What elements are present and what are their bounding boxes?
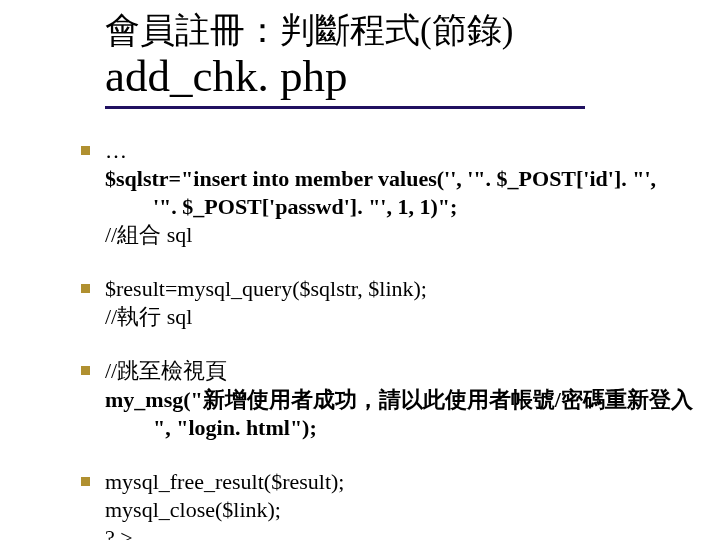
jump-comment: //跳至檢視頁	[105, 357, 227, 385]
mymsg-line1: my_msg("新增使用者成功，請以此使用者帳號/密碼重新登入	[105, 386, 720, 414]
close-line: mysql_close($link);	[105, 496, 720, 524]
free-line: mysql_free_result($result);	[105, 468, 345, 496]
mymsg-line2: ", "login. html");	[105, 414, 720, 442]
bullet-icon	[81, 366, 90, 375]
block-sql: … $sqlstr="insert into member values('',…	[105, 137, 720, 250]
ellipsis: …	[105, 137, 127, 165]
result-line: $result=mysql_query($sqlstr, $link);	[105, 275, 427, 303]
sql-comment: //組合 sql	[105, 221, 720, 249]
php-end-tag: ? >	[105, 524, 720, 540]
bullet-icon	[81, 284, 90, 293]
title-block: 會員註冊：判斷程式(節錄) add_chk. php	[105, 0, 720, 109]
title-line2: add_chk. php	[105, 52, 720, 102]
block-cleanup: mysql_free_result($result); mysql_close(…	[105, 468, 720, 540]
bullet-icon	[81, 146, 90, 155]
block-result: $result=mysql_query($sqlstr, $link); //執…	[105, 275, 720, 331]
sql-assign-line1: $sqlstr="insert into member values('', '…	[105, 165, 720, 193]
title-line1: 會員註冊：判斷程式(節錄)	[105, 10, 720, 52]
bullet-icon	[81, 477, 90, 486]
result-comment: //執行 sql	[105, 303, 720, 331]
body-text: … $sqlstr="insert into member values('',…	[105, 109, 720, 541]
block-mymsg: //跳至檢視頁 my_msg("新增使用者成功，請以此使用者帳號/密碼重新登入 …	[105, 357, 720, 441]
slide: 會員註冊：判斷程式(節錄) add_chk. php … $sqlstr="in…	[0, 0, 720, 540]
sql-assign-line2: '". $_POST['passwd']. "', 1, 1)";	[105, 193, 720, 221]
